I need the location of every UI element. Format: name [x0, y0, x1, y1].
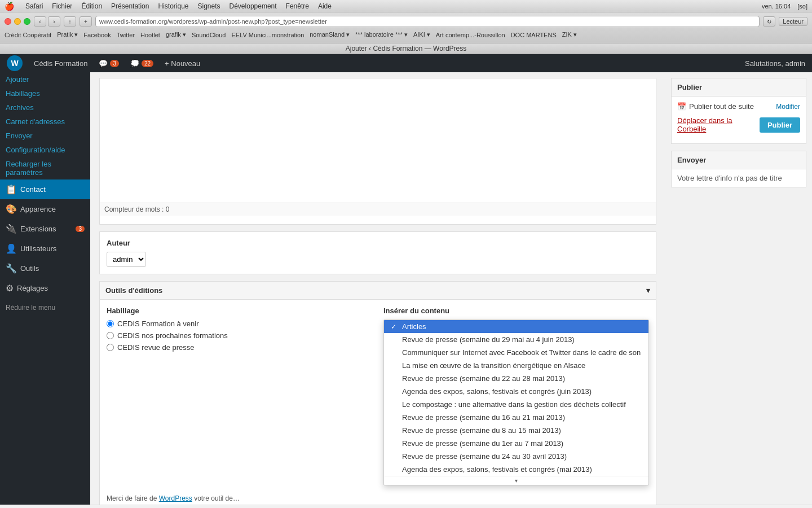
dropdown-item-6[interactable]: Le compostage : une alternative dans la …	[384, 398, 648, 411]
radio-cedis-prochaines[interactable]: CEDIS nos prochaines formations	[107, 331, 372, 340]
bookmark-nomansland[interactable]: nomanSland ▾	[310, 31, 350, 38]
menu-safari[interactable]: Safari	[25, 2, 43, 10]
publish-button[interactable]: Publier	[760, 117, 800, 133]
radio-input-1[interactable]	[107, 320, 114, 327]
bookmark-grafik[interactable]: grafik ▾	[166, 31, 186, 38]
reduce-menu[interactable]: Réduire le menu	[0, 298, 90, 317]
admin-bar-nouveau[interactable]: + Nouveau	[159, 54, 206, 72]
bookmark-laboratoire[interactable]: *** laboratoire *** ▾	[355, 31, 408, 38]
bookmark-facebook[interactable]: Facebook	[83, 32, 111, 38]
radio-input-3[interactable]	[107, 344, 114, 351]
sidebar-link-carnet[interactable]: Carnet d'adresses	[6, 117, 65, 126]
sidebar-link-archives[interactable]: Archives	[6, 103, 34, 112]
bookmark-twitter[interactable]: Twitter	[117, 32, 135, 38]
bookmark-credit[interactable]: Crédit Coopératif	[5, 32, 51, 38]
dropdown-item-4[interactable]: Revue de presse (semaine du 22 au 28 mai…	[384, 372, 648, 385]
envoyer-box: Envoyer Votre lettre d'info n'a pas de t…	[671, 151, 806, 187]
editor-body[interactable]	[100, 78, 656, 203]
outils-toggle-icon[interactable]: ▾	[646, 286, 650, 295]
dropdown-item-8[interactable]: Revue de presse (semaine du 8 au 15 mai …	[384, 424, 648, 437]
sidebar-sub-carnet[interactable]: Carnet d'adresses	[0, 115, 90, 129]
dropdown-item-0[interactable]: ✓ Articles	[384, 320, 648, 333]
bookmark-pratik[interactable]: Pratik ▾	[57, 31, 78, 38]
forward-button[interactable]: ›	[48, 16, 60, 27]
sidebar-item-outils[interactable]: 🔧 Outils	[0, 259, 90, 278]
wp-footer: Merci de faire de WordPress votre outil …	[0, 505, 812, 508]
wp-logo[interactable]: W	[7, 55, 23, 71]
sidebar-sub-envoyer[interactable]: Envoyer	[0, 129, 90, 143]
admin-bar-bubbles[interactable]: 💭 22	[125, 54, 159, 72]
menu-fichier[interactable]: Fichier	[52, 2, 72, 10]
modifier-link[interactable]: Modifier	[776, 103, 800, 111]
outils-box: Outils d'éditions ▾ Habillage CEDIS Form…	[99, 281, 656, 505]
sidebar-sub-config[interactable]: Configuration/aide	[0, 143, 90, 157]
dropdown-item-10[interactable]: Revue de presse (semaine du 24 au 30 avr…	[384, 450, 648, 463]
dropdown-item-1[interactable]: Revue de presse (semaine du 29 mai au 4 …	[384, 333, 648, 346]
maximize-button[interactable]	[24, 18, 30, 25]
address-bar[interactable]: www.cedis-formation.org/wordpress/wp-adm…	[95, 16, 760, 27]
admin-bar-comments[interactable]: 💬 3	[93, 54, 125, 72]
minimize-button[interactable]	[14, 18, 21, 25]
radio-label-3: CEDIS revue de presse	[117, 343, 195, 352]
sidebar-link-recharger[interactable]: Recharger les paramètres	[6, 160, 51, 177]
checkmark-icon: ✓	[391, 323, 399, 331]
editor-container[interactable]: Compteur de mots : 0	[99, 78, 656, 225]
sidebar-sub-ajouter[interactable]: Ajouter	[0, 72, 90, 86]
bookmark-doc[interactable]: DOC MARTENS	[511, 32, 557, 38]
outils-columns: Habillage CEDIS Formation à venir CEDIS …	[107, 306, 649, 485]
back-button[interactable]: ‹	[34, 16, 46, 27]
auteur-select[interactable]: admin	[107, 252, 146, 267]
sidebar-link-config[interactable]: Configuration/aide	[6, 146, 65, 154]
new-tab-button[interactable]: +	[80, 16, 92, 27]
bookmark-hootlet[interactable]: Hootlet	[140, 32, 160, 38]
reader-button[interactable]: Lecteur	[779, 17, 807, 26]
outils-body: Habillage CEDIS Formation à venir CEDIS …	[100, 300, 656, 505]
bookmark-eelv[interactable]: EELV Munici...monstration	[231, 32, 304, 38]
menu-fenetre[interactable]: Fenêtre	[286, 2, 309, 10]
sidebar-item-apparence[interactable]: 🎨 Apparence	[0, 199, 90, 219]
dropdown-scroll-down[interactable]: ▾	[384, 476, 648, 485]
bookmark-bar: Crédit Coopératif Pratik ▾ Facebook Twit…	[5, 30, 807, 40]
sidebar-item-extensions[interactable]: 🔌 Extensions 3	[0, 219, 90, 239]
menu-edition[interactable]: Édition	[81, 2, 102, 10]
bookmark-soundcloud[interactable]: SoundCloud	[192, 32, 226, 38]
close-button[interactable]	[5, 18, 11, 25]
admin-bar-site[interactable]: Cédis Formation	[28, 54, 93, 72]
sidebar-sub-archives[interactable]: Archives	[0, 100, 90, 115]
menu-developpement[interactable]: Développement	[230, 2, 277, 10]
dropdown-item-9[interactable]: Revue de presse (semaine du 1er au 7 mai…	[384, 437, 648, 450]
dropdown-item-3[interactable]: La mise en œuvre de la transition énergé…	[384, 359, 648, 372]
menu-aide[interactable]: Aide	[318, 2, 332, 10]
refresh-button[interactable]: ↻	[763, 16, 775, 27]
wordpress-link[interactable]: WordPress	[159, 494, 192, 502]
dropdown-list[interactable]: ✓ Articles Revue de presse (semaine du 2…	[383, 319, 649, 485]
bookmark-aiki[interactable]: AIKI ▾	[413, 31, 430, 38]
sidebar-link-habillages[interactable]: Habillages	[6, 89, 40, 98]
bookmark-art[interactable]: Art contemp...-Roussillon	[436, 32, 505, 38]
dropdown-item-7[interactable]: Revue de presse (semaine du 16 au 21 mai…	[384, 411, 648, 424]
dropdown-item-5[interactable]: Agenda des expos, salons, festivals et c…	[384, 385, 648, 398]
publish-box-header: Publier	[672, 78, 806, 97]
sidebar-sub-habillages[interactable]: Habillages	[0, 86, 90, 100]
sidebar-link-ajouter[interactable]: Ajouter	[6, 75, 29, 84]
dropdown-item-11[interactable]: Agenda des expos, salons, festivals et c…	[384, 463, 648, 476]
habillage-col: Habillage CEDIS Formation à venir CEDIS …	[107, 306, 372, 485]
radio-input-2[interactable]	[107, 332, 114, 339]
sidebar-item-reglages[interactable]: ⚙ Réglages	[0, 278, 90, 298]
apple-menu[interactable]: 🍎	[5, 2, 14, 11]
sidebar-item-utilisateurs[interactable]: 👤 Utilisateurs	[0, 239, 90, 259]
menu-presentation[interactable]: Présentation	[111, 2, 149, 10]
menu-signets[interactable]: Signets	[198, 2, 220, 10]
radio-cedis-formation[interactable]: CEDIS Formation à venir	[107, 319, 372, 328]
dropdown-item-2[interactable]: Communiquer sur Internet avec Facebook e…	[384, 346, 648, 359]
radio-cedis-revue[interactable]: CEDIS revue de presse	[107, 343, 372, 352]
inserer-col: Insérer du contenu ✓ Articles	[383, 306, 649, 485]
share-button[interactable]: ↑	[64, 16, 76, 27]
bookmark-zik[interactable]: ZIK ▾	[562, 31, 577, 38]
sidebar-sub-recharger[interactable]: Recharger les paramètres	[0, 157, 90, 179]
sidebar-item-contact[interactable]: 📋 Contact	[0, 179, 90, 199]
sidebar-link-envoyer[interactable]: Envoyer	[6, 132, 33, 140]
move-trash-link[interactable]: Déplacer dans la Corbeille	[677, 116, 760, 133]
menu-historique[interactable]: Historique	[158, 2, 188, 10]
address-text: www.cedis-formation.org/wordpress/wp-adm…	[99, 18, 327, 25]
